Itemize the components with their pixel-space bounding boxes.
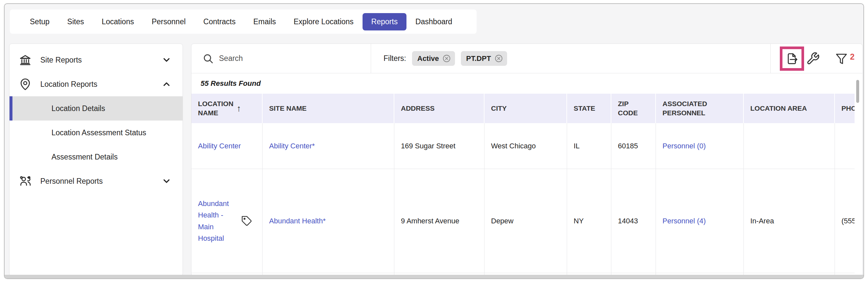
sidebar-item-label: Personnel Reports [40,177,162,186]
chevron-down-icon [162,176,172,186]
column-header-location-area[interactable]: LOCATION AREA [744,94,835,123]
filter-chip-active[interactable]: Active [412,51,455,66]
city-cell: Depew [491,217,513,225]
export-highlight-box [780,46,804,71]
tab-personnel[interactable]: Personnel [143,13,195,31]
zip-cell: 14043 [618,217,638,225]
column-header-phone[interactable]: PHONE [835,94,855,123]
address-cell: 169 Sugar Street [401,142,455,150]
app-window: Setup Sites Locations Personnel Contract… [4,3,864,279]
column-header-label: ASSOCIATED PERSONNEL [662,99,712,118]
sidebar-item-label: Location Details [52,104,105,113]
tab-sites[interactable]: Sites [58,13,93,31]
column-header-label: SITE NAME [269,104,307,113]
search-icon [203,53,214,64]
filter-chip-ptdpt[interactable]: PT.DPT [461,51,507,66]
column-header-label: STATE [574,104,595,113]
column-header-label: CITY [491,104,507,113]
tab-locations[interactable]: Locations [93,13,143,31]
results-table-viewport: LOCATION NAME ↑ SITE NAME ADDRESS CITY S… [191,94,855,276]
chevron-up-icon [162,79,172,89]
location-area-cell: In-Area [750,217,774,225]
personnel-link[interactable]: Personnel (0) [662,142,706,150]
personnel-link[interactable]: Personnel (4) [662,217,706,225]
filter-chip-label: PT.DPT [466,55,491,63]
reports-sidebar: Site Reports Location Reports Location D… [9,43,183,276]
table-row: Abundant Health - Main Hospital Abundant… [191,169,855,273]
column-header-label: ZIP CODE [618,99,635,118]
top-nav: Setup Sites Locations Personnel Contract… [10,9,476,34]
sidebar-item-site-reports[interactable]: Site Reports [9,48,183,72]
search-box[interactable] [191,44,371,73]
remove-filter-icon[interactable] [494,54,503,63]
tab-contracts[interactable]: Contracts [194,13,244,31]
results-bar: 55 Results Found [191,73,862,94]
column-header-location-name[interactable]: LOCATION NAME ↑ [191,94,262,123]
funnel-icon [835,52,848,65]
column-header-city[interactable]: CITY [485,94,567,123]
sidebar-item-personnel-reports[interactable]: Personnel Reports [9,169,183,193]
sidebar-item-assessment-details[interactable]: Assessment Details [9,145,183,169]
people-icon [19,175,32,188]
column-header-state[interactable]: STATE [567,94,611,123]
bank-icon [19,54,32,67]
map-pin-icon [19,78,32,91]
tab-reports[interactable]: Reports [363,13,407,31]
toolbar-actions: 2 [771,44,862,73]
column-header-label: LOCATION AREA [750,104,807,113]
sidebar-item-label: Site Reports [40,56,162,65]
sidebar-item-location-assessment-status[interactable]: Location Assessment Status [9,120,183,145]
tab-explore-locations[interactable]: Explore Locations [285,13,363,31]
tab-setup[interactable]: Setup [21,13,58,31]
vertical-scrollbar-thumb[interactable] [856,80,859,103]
column-header-associated-personnel[interactable]: ASSOCIATED PERSONNEL [656,94,744,123]
sidebar-item-label: Location Assessment Status [52,128,146,137]
column-header-zip-code[interactable]: ZIP CODE [611,94,656,123]
wrench-icon [806,52,820,66]
location-name-link[interactable]: Abundant Health - Main Hospital [198,198,237,244]
column-header-site-name[interactable]: SITE NAME [262,94,394,123]
remove-filter-icon[interactable] [442,54,451,63]
city-cell: West Chicago [491,142,536,150]
column-header-label: PHONE [841,104,855,113]
active-filters-bar: Filters: Active PT.DPT [371,44,771,73]
tag-icon [241,215,252,226]
state-cell: NY [574,217,584,225]
results-table: LOCATION NAME ↑ SITE NAME ADDRESS CITY S… [191,94,855,276]
column-header-address[interactable]: ADDRESS [394,94,485,123]
table-header-row: LOCATION NAME ↑ SITE NAME ADDRESS CITY S… [191,94,855,123]
address-cell: 9 Amherst Avenue [401,217,459,225]
site-name-link[interactable]: Ability Center* [269,142,315,150]
location-name-link[interactable]: Ability Center [198,142,241,150]
sidebar-item-location-details[interactable]: Location Details [9,96,183,120]
location-details-report-panel: Filters: Active PT.DPT [191,43,863,276]
zip-cell: 60185 [618,142,638,150]
filter-button[interactable]: 2 [835,52,855,65]
sidebar-item-label: Location Reports [40,80,162,89]
tab-dashboard[interactable]: Dashboard [406,13,461,31]
filter-chip-label: Active [417,55,439,63]
search-input[interactable] [219,54,344,63]
column-header-label: ADDRESS [401,104,435,113]
chevron-down-icon [162,55,172,65]
filter-count-badge: 2 [850,53,855,61]
sort-ascending-icon: ↑ [237,103,241,114]
export-icon [785,52,799,66]
tab-emails[interactable]: Emails [245,13,285,31]
column-header-label: LOCATION NAME [198,99,232,118]
site-name-link[interactable]: Abundant Health* [269,217,326,225]
horizontal-scrollbar[interactable] [5,275,863,278]
filters-label: Filters: [383,54,406,63]
sidebar-item-location-reports[interactable]: Location Reports [9,72,183,96]
sidebar-item-label: Assessment Details [52,153,118,162]
phone-cell: (555) [841,217,855,225]
results-count: 55 Results Found [200,79,260,88]
table-row: Ability Center Ability Center* 169 Sugar… [191,123,855,169]
report-toolbar: Filters: Active PT.DPT [191,44,862,73]
state-cell: IL [574,142,580,150]
settings-button[interactable] [806,52,820,66]
export-button[interactable] [785,52,799,66]
